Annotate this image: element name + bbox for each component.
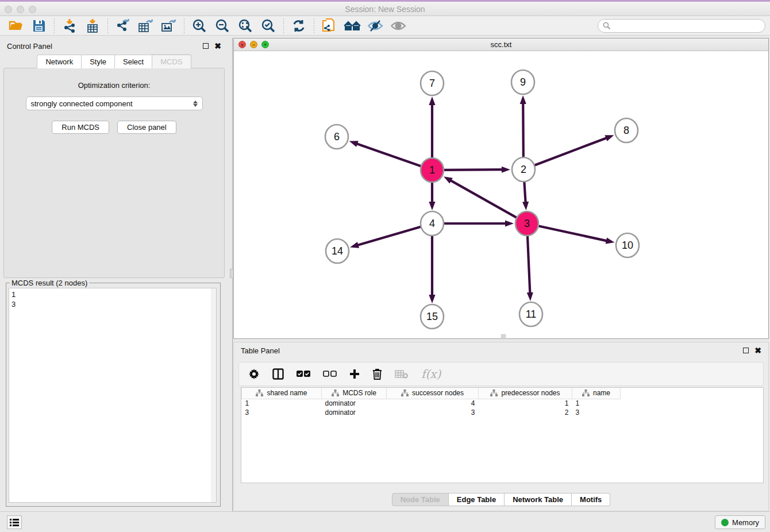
edge-arrowhead	[522, 202, 529, 210]
graph-node-label: 15	[426, 311, 438, 322]
graph-node-label: 14	[332, 245, 343, 257]
toolbar-separator	[184, 18, 184, 33]
add-column-button[interactable]	[349, 369, 360, 379]
table-cell[interactable]: 4	[387, 399, 479, 408]
close-panel-icon[interactable]: ✖	[214, 43, 221, 49]
edge-2-3[interactable]	[524, 180, 526, 203]
network-minimize-button[interactable]: −	[250, 41, 257, 48]
table-cell[interactable]: 1	[572, 399, 621, 408]
edge-arrowhead	[444, 176, 453, 183]
optimization-criterion-select[interactable]: strongly connected component	[26, 97, 203, 110]
control-panel: Control Panel ✖ Network Style Select MCD…	[0, 38, 228, 511]
zoom-fit-button[interactable]	[234, 17, 257, 34]
network-window-titlebar[interactable]: x − + scc.txt	[234, 38, 768, 51]
edge-1-6[interactable]	[356, 144, 422, 167]
function-builder-button-disabled: f(x)	[421, 367, 441, 381]
show-panels-button[interactable]	[387, 17, 410, 34]
dropdown-value: strongly connected component	[31, 99, 133, 108]
select-all-button[interactable]	[297, 371, 310, 378]
import-table-button[interactable]	[81, 17, 104, 34]
tab-style[interactable]: Style	[82, 55, 115, 68]
show-columns-button[interactable]	[272, 368, 284, 380]
edge-1-2[interactable]	[443, 169, 503, 170]
table-cell[interactable]: 3	[572, 408, 621, 417]
table-panel-title: Table Panel	[241, 346, 280, 355]
zoom-out-icon	[215, 18, 230, 33]
graph-node-label: 2	[521, 164, 526, 175]
import-network-button[interactable]	[58, 17, 81, 34]
tab-motifs[interactable]: Motifs	[572, 493, 610, 506]
edge-arrowhead	[520, 95, 526, 104]
tab-select[interactable]: Select	[115, 55, 152, 68]
edge-3-11[interactable]	[528, 234, 530, 294]
table-row[interactable]: 3dominator323	[242, 408, 621, 417]
table-row[interactable]: 1dominator411	[242, 399, 621, 408]
table-cell[interactable]: dominator	[322, 399, 387, 408]
close-table-panel-icon[interactable]: ✖	[754, 348, 761, 353]
edge-2-8[interactable]	[534, 137, 608, 165]
table-cell[interactable]: 2	[479, 408, 572, 417]
mcds-result-text[interactable]: 1 3	[9, 288, 217, 503]
float-table-panel-icon[interactable]	[743, 348, 749, 353]
refresh-layout-button[interactable]	[287, 17, 310, 34]
mcds-tab-content: Optimization criterion: strongly connect…	[3, 68, 225, 278]
delete-column-button[interactable]	[372, 368, 382, 380]
tab-network[interactable]: Network	[37, 55, 82, 68]
export-image-button[interactable]	[157, 17, 180, 34]
network-maximize-button[interactable]: +	[261, 41, 269, 48]
zoom-selected-button[interactable]	[257, 17, 280, 34]
network-graph[interactable]: 7968124314101511	[234, 51, 768, 338]
node-table[interactable]: shared nameMCDS rolesuccessor nodesprede…	[241, 387, 764, 483]
mcds-result-title: MCDS result (2 nodes)	[10, 279, 89, 287]
network-canvas[interactable]: 7968124314101511	[234, 51, 768, 338]
hide-panels-button[interactable]	[364, 17, 387, 34]
table-cell[interactable]: 1	[479, 399, 572, 408]
table-cell[interactable]: 1	[242, 399, 322, 408]
save-session-button[interactable]	[28, 17, 51, 34]
edge-arrowhead	[429, 202, 435, 210]
zoom-in-button[interactable]	[188, 17, 211, 34]
zoom-out-button[interactable]	[211, 17, 234, 34]
graph-node-label: 10	[622, 240, 633, 251]
column-header-shared-name[interactable]: shared name	[242, 388, 322, 399]
table-cell[interactable]: 3	[242, 408, 322, 417]
panel-splitter[interactable]	[230, 38, 233, 511]
export-table-button[interactable]	[134, 17, 157, 34]
network-close-button[interactable]: x	[238, 41, 246, 48]
tab-edge-table[interactable]: Edge Table	[449, 493, 505, 506]
tab-network-table[interactable]: Network Table	[505, 493, 572, 506]
table-settings-button[interactable]	[248, 368, 260, 380]
search-input[interactable]	[598, 19, 765, 33]
table-cell[interactable]: dominator	[322, 408, 387, 417]
close-panel-button[interactable]: Close panel	[117, 121, 176, 134]
graph-node-label: 4	[429, 218, 435, 229]
deselect-all-button[interactable]	[323, 371, 337, 378]
task-history-button[interactable]	[7, 515, 22, 529]
edge-2-9[interactable]	[523, 102, 523, 159]
memory-button[interactable]: Memory	[715, 515, 765, 529]
tab-mcds[interactable]: MCDS	[152, 55, 191, 68]
home-button[interactable]	[341, 17, 364, 34]
canvas-grip[interactable]	[501, 334, 506, 338]
run-mcds-button[interactable]: Run MCDS	[52, 121, 109, 134]
edge-arrowhead	[505, 220, 514, 226]
memory-label: Memory	[732, 518, 759, 527]
column-header-name[interactable]: name	[572, 388, 621, 399]
open-file-button[interactable]	[5, 17, 28, 34]
plus-icon	[349, 369, 360, 379]
column-header-MCDS-role[interactable]: MCDS role	[322, 388, 387, 399]
toolbar-separator	[314, 18, 314, 33]
table-cell[interactable]: 3	[387, 408, 479, 417]
float-panel-icon[interactable]	[203, 43, 209, 49]
eye-icon	[390, 20, 406, 32]
column-header-successor-nodes[interactable]: successor nodes	[387, 388, 479, 399]
edge-4-14[interactable]	[357, 226, 422, 245]
column-header-predecessor-nodes[interactable]: predecessor nodes	[479, 388, 572, 399]
clone-network-button[interactable]	[318, 17, 341, 34]
tab-node-table[interactable]: Node Table	[392, 493, 449, 506]
export-network-button[interactable]	[111, 17, 134, 34]
edge-3-10[interactable]	[538, 226, 608, 241]
table-panel: Table Panel ✖	[233, 342, 769, 511]
result-scrollbar[interactable]	[211, 288, 216, 502]
edge-3-1[interactable]	[449, 180, 517, 218]
